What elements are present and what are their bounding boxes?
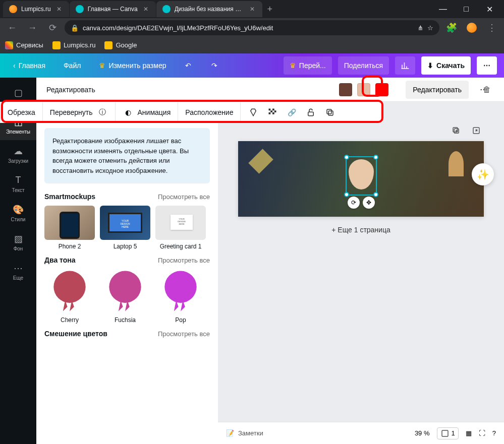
view-all-link[interactable]: Просмотреть все: [158, 257, 210, 264]
reload-button[interactable]: ⟳: [44, 20, 61, 36]
duplicate-icon[interactable]: [324, 107, 335, 118]
rail-text[interactable]: TТекст: [0, 169, 36, 199]
color-swatch-1[interactable]: [339, 83, 352, 96]
mockup-laptop[interactable]: YOURDESIGNHERELaptop 5: [100, 206, 150, 250]
share-icon[interactable]: ⋔: [418, 24, 423, 32]
hatch-icon: ▨: [13, 234, 23, 244]
bookmark-lumpics[interactable]: Lumpics.ru: [52, 41, 96, 49]
color-swatch-2[interactable]: [357, 83, 370, 96]
favicon-lumpics: [9, 5, 17, 13]
side-panel: Редактирование изображения лишает вас во…: [36, 78, 218, 444]
bookmark-google[interactable]: Google: [104, 41, 137, 49]
flip-button[interactable]: Перевернутьⓘ: [43, 102, 116, 122]
share-button[interactable]: Поделиться: [338, 56, 389, 75]
duotone-pop[interactable]: Pop: [155, 269, 206, 324]
forward-button[interactable]: →: [24, 20, 40, 36]
transparency-icon[interactable]: [267, 107, 278, 118]
magic-button[interactable]: ✨: [472, 163, 494, 185]
svg-rect-2: [271, 110, 273, 112]
svg-rect-8: [327, 109, 331, 114]
style-copy-icon[interactable]: [248, 107, 259, 118]
browser-menu-icon[interactable]: ⋮: [484, 20, 500, 36]
svg-rect-15: [442, 430, 448, 436]
favicon-canva: [162, 5, 171, 13]
view-all-link[interactable]: Просмотреть все: [158, 193, 210, 201]
svg-point-9: [53, 271, 85, 303]
more-icon: ⋯: [13, 263, 23, 273]
selection-box[interactable]: ⟳ ✥: [346, 156, 377, 196]
position-button[interactable]: Расположение: [178, 102, 241, 122]
redo-button[interactable]: ↷: [204, 56, 225, 75]
circle-icon: ◐: [123, 107, 134, 118]
crown-icon: ♛: [290, 61, 296, 70]
bookmark-apps[interactable]: Сервисы: [5, 41, 43, 49]
mockup-card[interactable]: YOURDESIGNHEREGreeting card 1: [155, 206, 206, 250]
mockup-phone[interactable]: Phone 2: [44, 206, 95, 250]
home-button[interactable]: ‹Главная: [7, 56, 51, 75]
section-colormix: Смешение цветов: [44, 330, 107, 338]
notes-icon: 📝: [226, 429, 234, 437]
rail-uploads[interactable]: ☁Загрузки: [0, 140, 36, 169]
tool-row: Обрезка Перевернутьⓘ ◐Анимация Расположе…: [0, 102, 383, 123]
bottom-bar: 📝Заметки 39 % 1 ▦ ⛶ ?: [218, 422, 504, 444]
close-icon[interactable]: ✕: [55, 5, 63, 13]
download-button[interactable]: ⬇Скачать: [421, 56, 471, 75]
close-icon[interactable]: ✕: [142, 5, 150, 13]
canvas-page[interactable]: ⟳ ✥: [238, 141, 484, 217]
undo-button[interactable]: ↶: [178, 56, 198, 75]
upgrade-button[interactable]: ♛Перей...: [284, 56, 332, 75]
cloud-upload-icon: ☁: [13, 146, 23, 156]
move-button[interactable]: ✥: [363, 197, 375, 209]
canvas-area[interactable]: ⟳ ✥ + Еще 1 страница ✨ 📝Заметки 39 % 1 ▦…: [218, 78, 504, 444]
duplicate-page-button[interactable]: [449, 123, 464, 138]
view-all-link[interactable]: Просмотреть все: [158, 330, 210, 338]
delete-button[interactable]: 🗑: [480, 83, 494, 97]
rail-more[interactable]: ⋯Еще: [0, 257, 36, 286]
zoom-level[interactable]: 39 %: [415, 429, 430, 437]
canva-header: ‹Главная Файл ♛Изменить размер ↶ ↷ ♛Пере…: [0, 53, 504, 78]
edit-button[interactable]: Редактировать: [406, 81, 469, 99]
close-icon[interactable]: ✕: [248, 5, 256, 13]
link-icon[interactable]: 🔗: [286, 107, 297, 118]
duotone-fuchsia[interactable]: Fuchsia: [100, 269, 150, 324]
color-swatch-3[interactable]: [375, 83, 388, 96]
open-page-button[interactable]: [469, 123, 484, 138]
rail-background[interactable]: ▨Фон: [0, 228, 36, 257]
chevron-left-icon: ‹: [13, 61, 16, 70]
duotone-cherry[interactable]: Cherry: [44, 269, 95, 324]
notes-button[interactable]: 📝Заметки: [226, 429, 263, 437]
minimize-button[interactable]: —: [431, 0, 455, 18]
rail-styles[interactable]: 🎨Стили: [0, 199, 36, 228]
favicon-canva: [76, 5, 84, 13]
new-tab-button[interactable]: +: [263, 2, 277, 16]
edit-label[interactable]: Редактировать: [46, 86, 95, 94]
lock-icon[interactable]: [305, 107, 316, 118]
extensions-icon[interactable]: 🧩: [443, 20, 460, 36]
rotate-button[interactable]: ⟳: [348, 197, 360, 209]
fullscreen-icon[interactable]: ⛶: [479, 429, 485, 437]
crop-button[interactable]: Обрезка: [1, 102, 43, 122]
page-count[interactable]: 1: [437, 427, 459, 439]
add-page-button[interactable]: + Еще 1 страница: [238, 217, 484, 243]
grid-view-icon[interactable]: ▦: [466, 429, 472, 437]
star-icon[interactable]: ☆: [427, 24, 433, 32]
file-menu[interactable]: Файл: [58, 56, 87, 75]
analytics-button[interactable]: [395, 56, 415, 75]
resize-button[interactable]: ♛Изменить размер: [93, 56, 172, 75]
maximize-button[interactable]: □: [455, 0, 478, 18]
info-icon[interactable]: ⓘ: [97, 107, 108, 118]
palette-icon: 🎨: [13, 205, 23, 215]
animation-button[interactable]: ◐Анимация: [116, 102, 179, 122]
svg-rect-7: [328, 111, 333, 115]
browser-tab-2[interactable]: Главная — Canva ✕: [70, 1, 156, 17]
back-button[interactable]: ←: [4, 20, 20, 36]
section-duotone: Два тона: [44, 256, 76, 264]
more-header-button[interactable]: ⋯: [477, 56, 497, 75]
url-bar[interactable]: 🔒 canva.com/design/DAE2EVwjn_l/IjLMe3Pzf…: [65, 20, 439, 35]
help-icon[interactable]: ?: [492, 429, 496, 437]
browser-tab-3[interactable]: Дизайн без названия — 1024 ✕: [156, 1, 262, 17]
profile-avatar[interactable]: [464, 20, 480, 36]
close-window-button[interactable]: ✕: [478, 0, 501, 18]
download-icon: ⬇: [427, 61, 433, 70]
browser-tab-1[interactable]: Lumpics.ru ✕: [3, 1, 69, 17]
